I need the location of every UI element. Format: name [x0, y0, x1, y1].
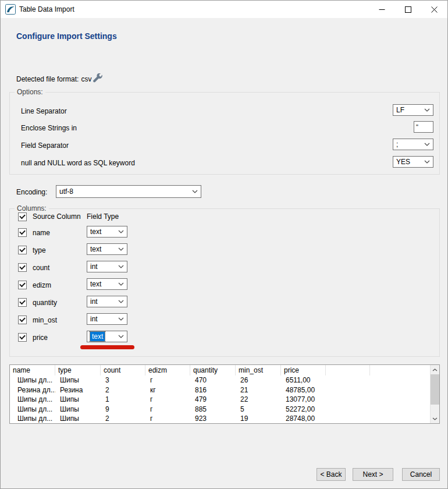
cell: 22 [236, 395, 281, 405]
scrollbar-thumb[interactable] [431, 374, 439, 405]
back-button[interactable]: < Back [317, 468, 346, 481]
encoding-label: Encoding: [16, 188, 47, 196]
maximize-button[interactable] [395, 1, 421, 18]
cell: кг [145, 385, 190, 395]
chevron-down-icon [118, 247, 124, 251]
null-keyword-select[interactable]: YES [393, 156, 433, 168]
null-keyword-label: null and NULL word as SQL keyword [21, 159, 135, 167]
minimize-icon [379, 6, 385, 13]
column-type-label: type [33, 246, 46, 254]
cell: 885 [190, 405, 236, 414]
checkbox-column-quantity[interactable] [18, 298, 27, 307]
checkbox-column-type[interactable] [18, 246, 27, 254]
close-icon [431, 6, 438, 13]
cell: Шипы [55, 395, 101, 405]
cell: г [145, 414, 190, 424]
cell: 13077,00 [281, 395, 326, 405]
column-count-label: count [33, 264, 49, 272]
cell: 923 [190, 414, 236, 424]
checkbox-column-name[interactable] [18, 228, 27, 237]
cell [370, 405, 439, 414]
annotation-red-underline [80, 345, 134, 349]
field-type-value: text [90, 228, 101, 236]
field-type-select-edizm[interactable]: text [87, 278, 127, 290]
cell: 3 [101, 375, 145, 385]
minimize-button[interactable] [369, 1, 395, 18]
table-row[interactable]: Шипы дл... Шипы 3 г 470 26 6511,00 [10, 375, 439, 385]
cell: Шипы дл... [10, 395, 55, 405]
table-row[interactable]: Шипы дл... Шипы 9 г 885 5 52272,00 [10, 405, 439, 414]
cell: 26 [236, 375, 281, 385]
cell: 816 [190, 385, 236, 395]
cell: 21 [236, 385, 281, 395]
select-all-columns-checkbox[interactable] [18, 212, 27, 221]
cell [326, 385, 370, 395]
table-row[interactable]: Резина дл... Резина 2 кг 816 21 48785,00 [10, 385, 439, 395]
enclose-strings-input[interactable] [414, 121, 433, 133]
cell: 5 [236, 405, 281, 414]
header-price: price [281, 365, 326, 375]
line-separator-label: Line Separator [21, 107, 67, 115]
window-title: Table Data Import [19, 5, 74, 13]
checkbox-column-price[interactable] [18, 333, 27, 342]
checkbox-column-min-ost[interactable] [18, 316, 27, 324]
field-type-select-name[interactable]: text [87, 226, 127, 238]
options-legend: Options: [15, 88, 45, 96]
cell: 9 [101, 405, 145, 414]
checkbox-column-edizm[interactable] [18, 281, 27, 289]
table-row[interactable]: Шипы дл... Шипы 2 г 923 19 28748,00 [10, 414, 439, 424]
line-separator-select[interactable]: LF [393, 104, 433, 116]
field-type-value: int [90, 297, 98, 306]
table-row[interactable]: Шипы дл... Шипы 1 г 479 22 13077,00 [10, 395, 439, 405]
cell [370, 375, 439, 385]
cell: 19 [236, 414, 281, 424]
cell: 2 [101, 414, 145, 424]
cell: г [145, 375, 190, 385]
table-data-import-window: Table Data Import Configure Import Setti… [0, 0, 448, 489]
cell: Резина дл... [10, 385, 55, 395]
cell: 52272,00 [281, 405, 326, 414]
header-filler [370, 365, 439, 375]
cell: Резина [55, 385, 101, 395]
next-button[interactable]: Next > [353, 468, 393, 481]
vertical-scrollbar[interactable] [430, 365, 439, 423]
encoding-select[interactable]: utf-8 [56, 185, 201, 198]
titlebar: Table Data Import [1, 1, 447, 18]
cell [370, 385, 439, 395]
cell: 2 [101, 385, 145, 395]
field-type-select-min-ost[interactable]: int [87, 313, 127, 325]
chevron-down-icon [118, 300, 124, 303]
columns-group: Columns: [9, 208, 440, 357]
detected-file-format-label: Detected file format: [16, 75, 79, 83]
field-type-value: int [90, 315, 98, 323]
detected-file-format-value: csv [81, 75, 91, 83]
cell: Шипы дл... [10, 414, 55, 424]
field-separator-select[interactable]: ; [393, 139, 433, 150]
encoding-value: utf-8 [59, 187, 73, 196]
field-type-select-type[interactable]: text [87, 243, 127, 255]
header-edizm: edizm [145, 365, 190, 375]
scroll-up-icon[interactable] [431, 365, 439, 374]
cell [370, 414, 439, 424]
preview-table: name type count edizm quantity min_ost p… [9, 364, 440, 424]
field-type-value: int [90, 263, 98, 271]
cell: г [145, 405, 190, 414]
chevron-down-icon [118, 317, 124, 321]
cancel-button[interactable]: Cancel [402, 468, 440, 481]
cell: 48785,00 [281, 385, 326, 395]
header-min-ost: min_ost [236, 365, 281, 375]
column-price-label: price [33, 334, 48, 342]
field-type-select-price[interactable]: text [87, 331, 127, 342]
field-type-select-quantity[interactable]: int [87, 296, 127, 307]
cell: 1 [101, 395, 145, 405]
field-type-select-count[interactable]: int [87, 261, 127, 272]
cell [326, 405, 370, 414]
close-button[interactable] [421, 1, 447, 18]
checkbox-column-count[interactable] [18, 263, 27, 272]
source-column-header: Source Column [33, 212, 81, 221]
chevron-down-icon [118, 282, 124, 286]
scroll-down-icon[interactable] [431, 414, 439, 423]
maximize-icon [405, 6, 411, 13]
column-quantity-label: quantity [33, 299, 57, 307]
wrench-icon[interactable] [93, 73, 103, 84]
